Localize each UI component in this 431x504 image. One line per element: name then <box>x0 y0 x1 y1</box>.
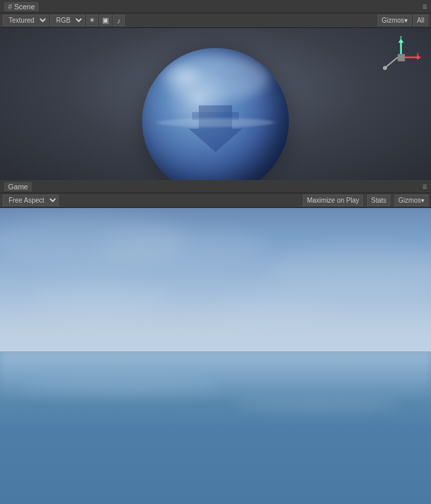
game-viewport[interactable] <box>0 208 431 504</box>
svg-rect-2 <box>398 54 405 61</box>
game-tab[interactable]: Game <box>4 182 32 191</box>
scene-tab[interactable]: # Scene <box>4 2 39 11</box>
game-tab-bar: Game ≡ <box>0 180 431 193</box>
svg-line-9 <box>386 57 398 67</box>
game-tab-left: Game <box>4 182 32 191</box>
cloud-2 <box>100 228 267 268</box>
sphere-inner-shape <box>179 92 252 165</box>
stats-button[interactable]: Stats <box>367 195 390 206</box>
maximize-on-play-button[interactable]: Maximize on Play <box>303 195 363 206</box>
svg-text:y: y <box>400 36 402 39</box>
gizmos-button[interactable]: Gizmos ▾ <box>378 15 412 26</box>
game-gizmos-chevron-icon: ▾ <box>421 197 424 204</box>
sun-button[interactable]: ☀ <box>86 15 98 26</box>
scene-tab-right: ≡ <box>422 2 427 11</box>
gizmo-svg: y x <box>380 36 423 79</box>
game-menu-icon[interactable]: ≡ <box>422 182 427 191</box>
scene-panel: # Scene ≡ Textured RGB ☀ ▣ ♪ Gizmos ▾ Al… <box>0 0 431 180</box>
scene-menu-icon[interactable]: ≡ <box>422 2 427 11</box>
gizmo: y x <box>380 36 423 79</box>
all-label: All <box>417 17 424 24</box>
gizmos-label: Gizmos <box>382 17 404 24</box>
game-tab-right: ≡ <box>422 182 427 191</box>
distant-cloud-2 <box>234 398 400 411</box>
game-gizmos-label: Gizmos <box>398 197 421 204</box>
cloud-4 <box>33 281 167 318</box>
cloud-layer <box>0 208 431 351</box>
sphere-highlight <box>165 61 205 91</box>
distant-cloud-1 <box>20 378 220 395</box>
shading-select[interactable]: Textured <box>3 15 49 26</box>
scene-toolbar: Textured RGB ☀ ▣ ♪ Gizmos ▾ All <box>0 13 431 28</box>
all-button[interactable]: All <box>413 15 428 26</box>
channel-select[interactable]: RGB <box>50 15 85 26</box>
gizmos-chevron-icon: ▾ <box>404 17 408 24</box>
game-gizmos-button[interactable]: Gizmos ▾ <box>394 195 428 206</box>
svg-point-10 <box>383 66 387 70</box>
sky-lower <box>0 351 431 504</box>
svg-text:x: x <box>416 51 419 57</box>
image-button[interactable]: ▣ <box>99 15 111 26</box>
cloud-3 <box>267 248 431 295</box>
scene-tab-label: Scene <box>14 3 35 11</box>
scene-hash-icon: # <box>8 3 12 11</box>
scene-viewport[interactable]: y x <box>0 28 431 180</box>
sphere-equator <box>157 118 274 127</box>
aspect-select[interactable]: Free Aspect <box>3 195 59 206</box>
audio-button[interactable]: ♪ <box>113 15 125 26</box>
sphere-container <box>142 48 289 180</box>
scene-tab-bar: # Scene ≡ <box>0 0 431 13</box>
game-panel: Game ≡ Free Aspect Maximize on Play Stat… <box>0 180 431 504</box>
sphere <box>142 48 289 180</box>
game-tab-label: Game <box>8 183 28 191</box>
game-toolbar-right: Maximize on Play Stats Gizmos ▾ <box>303 195 428 206</box>
game-toolbar: Free Aspect Maximize on Play Stats Gizmo… <box>0 193 431 208</box>
scene-tab-left: # Scene <box>4 2 39 11</box>
horizon-glow <box>0 351 431 405</box>
